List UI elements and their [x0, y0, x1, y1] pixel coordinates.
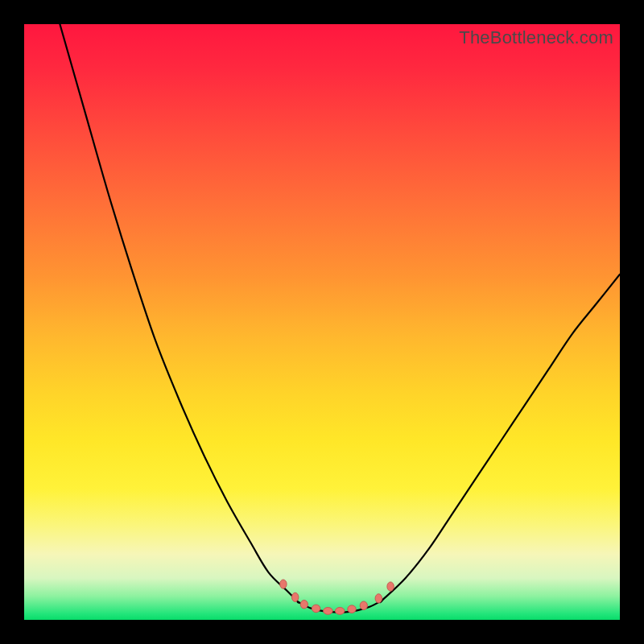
- chart-frame: TheBottleneck.com: [0, 0, 644, 644]
- curve-layer: [24, 24, 620, 620]
- valley-marker: [387, 582, 394, 591]
- valley-marker: [324, 608, 333, 615]
- bottleneck-curve: [60, 24, 620, 613]
- plot-area: TheBottleneck.com: [24, 24, 620, 620]
- valley-marker: [360, 601, 367, 609]
- valley-marker-group: [280, 580, 394, 614]
- valley-marker: [312, 605, 320, 613]
- valley-marker: [348, 605, 356, 613]
- valley-marker: [292, 592, 299, 601]
- watermark-text: TheBottleneck.com: [459, 27, 613, 48]
- valley-marker: [300, 601, 308, 609]
- valley-marker: [335, 608, 345, 615]
- valley-marker: [375, 594, 382, 603]
- valley-marker: [280, 580, 287, 588]
